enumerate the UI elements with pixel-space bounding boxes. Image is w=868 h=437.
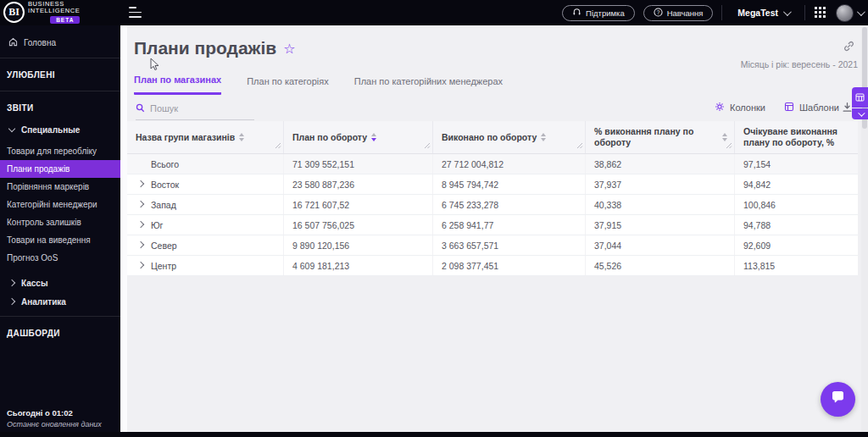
table-row[interactable]: Запад 16 721 607,52 6 745 233,278 40,338… — [127, 195, 858, 215]
table-row-total[interactable]: Всього 71 309 552,151 27 712 004,812 38,… — [127, 154, 858, 174]
resize-handle[interactable] — [424, 141, 431, 152]
workspace-dropdown[interactable]: MegaTest — [731, 8, 796, 18]
search-icon — [136, 101, 145, 116]
column-header-percent-plan[interactable]: % виконання плану по обороту — [586, 121, 735, 153]
sidebar-item-report[interactable]: Контроль залишків — [0, 213, 120, 231]
chevron-down-icon — [857, 8, 865, 16]
brand-logo[interactable]: BI BUSINESS INTELLIGENCE BETA — [3, 1, 122, 25]
last-update-info: Сьогодні о 01:02 Останнє оновлення даних — [7, 408, 102, 429]
page-title: Плани продажів — [134, 38, 276, 58]
sidebar-group-special[interactable]: Специальные — [0, 120, 120, 139]
resize-handle[interactable] — [275, 141, 281, 152]
beta-badge: BETA — [50, 16, 80, 24]
period-label: Місяць і рік: вересень - 2021 — [741, 59, 858, 69]
question-circle-icon: ? — [654, 8, 663, 19]
expand-row-icon[interactable] — [137, 180, 144, 187]
sort-icon[interactable] — [541, 133, 546, 141]
flyout-collapse-button[interactable] — [852, 108, 868, 119]
sidebar-toggle-icon[interactable] — [129, 7, 142, 18]
column-header-plan-turnover[interactable]: План по обороту — [284, 121, 433, 153]
resize-handle[interactable] — [726, 141, 732, 152]
user-menu[interactable] — [836, 4, 863, 22]
sidebar-group-kassy[interactable]: Кассы — [0, 274, 120, 292]
report-tabs: План по магазинах План по категоріях Пла… — [134, 75, 503, 95]
template-icon — [784, 102, 794, 113]
sidebar-group-analytics[interactable]: Аналитика — [0, 292, 120, 311]
expand-row-icon[interactable] — [137, 201, 144, 207]
chat-button[interactable] — [821, 382, 855, 417]
table-row[interactable]: Север 9 890 120,156 3 663 657,571 37,044… — [127, 235, 858, 256]
sidebar-item-report-selected[interactable]: Плани продажів — [0, 160, 120, 178]
plans-table: Назва групи магазинів План по обороту Ви… — [127, 121, 858, 276]
sidebar-item-report[interactable]: Товари на виведення — [0, 231, 120, 249]
columns-button[interactable]: Колонки — [715, 102, 765, 113]
tab-plan-by-stores[interactable]: План по магазинах — [134, 75, 221, 95]
sidebar-section-reports[interactable]: ЗВІТИ — [0, 97, 120, 119]
tab-plan-by-categories[interactable]: План по категоріях — [247, 75, 329, 95]
view-flyout — [852, 87, 868, 119]
gear-icon — [715, 102, 725, 113]
search-input[interactable] — [150, 103, 243, 113]
last-update-caption: Останнє оновлення даних — [7, 420, 102, 429]
chat-bubble-icon — [830, 390, 846, 408]
headset-icon — [572, 8, 581, 19]
table-row[interactable]: Центр 4 609 181,213 2 098 377,451 45,526… — [127, 256, 858, 276]
chevron-right-icon — [8, 279, 15, 286]
avatar — [836, 4, 854, 22]
favorite-star-icon[interactable]: ☆ — [283, 41, 295, 57]
sidebar-section-dashboards[interactable]: ДАШБОРДИ — [0, 322, 120, 344]
scrollbar[interactable] — [861, 25, 868, 432]
apps-grid-icon[interactable] — [814, 6, 827, 19]
templates-button[interactable]: Шаблони — [784, 102, 839, 113]
sidebar: Головна УЛЮБЛЕНІ ЗВІТИ Специальные Товар… — [0, 25, 120, 437]
sidebar-item-report[interactable]: Прогноз OoS — [0, 249, 120, 267]
tab-plan-by-category-managers[interactable]: План по категорійних менеджерах — [354, 75, 503, 95]
expand-row-icon[interactable] — [137, 241, 144, 248]
table-row[interactable]: Восток 23 580 887,236 8 945 794,742 37,9… — [127, 174, 858, 195]
brand-logo-icon: BI — [3, 2, 25, 23]
sort-icon[interactable] — [239, 133, 244, 141]
sidebar-item-report[interactable]: Товари для переобліку — [0, 142, 120, 160]
svg-text:?: ? — [656, 8, 659, 14]
last-update-time: Сьогодні о 01:02 — [7, 408, 102, 418]
column-header-actual-turnover[interactable]: Виконано по обороту — [433, 121, 586, 153]
support-button[interactable]: Підтримка — [562, 5, 635, 21]
resize-handle[interactable] — [576, 141, 583, 152]
expand-row-icon[interactable] — [137, 221, 144, 228]
column-header-store-group[interactable]: Назва групи магазинів — [127, 121, 284, 153]
training-button[interactable]: ? Навчання — [643, 5, 714, 21]
main-content: Плани продажів ☆ Місяць і рік: вересень … — [127, 25, 861, 432]
sidebar-item-report[interactable]: Порівняння маркерів — [0, 178, 120, 196]
sidebar-item-home[interactable]: Головна — [0, 32, 120, 53]
sidebar-section-favorites[interactable]: УЛЮБЛЕНІ — [0, 64, 120, 86]
chevron-right-icon — [8, 298, 15, 305]
table-row[interactable]: Юг 16 507 756,025 6 258 941,77 37,915 94… — [127, 215, 858, 235]
table-view-icon[interactable] — [852, 87, 868, 108]
sort-desc-icon[interactable] — [371, 133, 376, 141]
brand-name-line2: INTELLIGENCE — [28, 8, 80, 14]
chevron-down-icon — [783, 8, 792, 16]
column-header-expected-percent[interactable]: Очікуване виконання плану по обороту, % — [735, 121, 858, 153]
copy-link-icon[interactable] — [843, 41, 854, 54]
topbar: BI BUSINESS INTELLIGENCE BETA Підтримка … — [0, 0, 868, 25]
table-header-row: Назва групи магазинів План по обороту Ви… — [127, 121, 858, 154]
sidebar-item-report[interactable]: Категорійні менеджери — [0, 196, 120, 213]
search-box — [136, 101, 254, 120]
expand-row-icon[interactable] — [137, 262, 144, 268]
chevron-down-icon — [8, 124, 15, 131]
home-icon — [8, 37, 18, 48]
chevron-down-icon — [858, 109, 865, 116]
